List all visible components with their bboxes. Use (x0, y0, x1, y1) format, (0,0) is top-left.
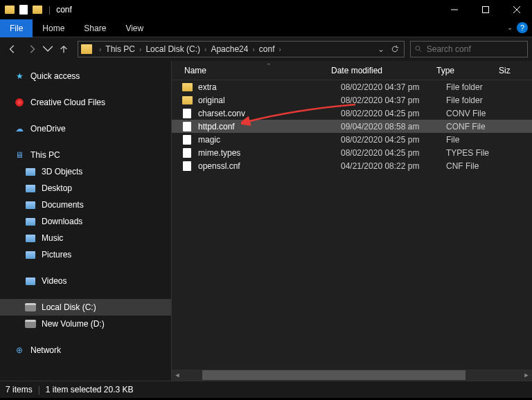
file-row[interactable]: openssl.cnf04/21/2020 08:22 pmCNF File (172, 159, 532, 172)
horizontal-scrollbar[interactable]: ◄ ► (172, 370, 532, 381)
folder-icon (25, 183, 36, 194)
svg-rect-1 (482, 7, 488, 13)
tab-view[interactable]: View (116, 19, 153, 37)
sidebar-desktop[interactable]: Desktop (0, 180, 171, 197)
sidebar-item-label: Desktop (42, 183, 72, 193)
chevron-right-icon[interactable]: › (276, 46, 283, 53)
minimize-button[interactable] (438, 0, 470, 19)
help-button[interactable]: ? (517, 22, 528, 33)
address-dropdown-icon[interactable]: ⌄ (375, 44, 387, 54)
search-box[interactable] (410, 41, 528, 57)
creative-cloud-icon (14, 97, 25, 108)
file-type: CONV File (446, 109, 508, 118)
history-dropdown-icon[interactable] (43, 41, 53, 57)
file-row[interactable]: magic08/02/2020 04:25 pmFile (172, 133, 532, 146)
sidebar-item-label: Network (30, 345, 61, 355)
breadcrumb-item[interactable]: Local Disk (C:) (144, 44, 202, 54)
breadcrumb-item[interactable]: conf (258, 44, 276, 54)
chevron-right-icon[interactable]: › (202, 46, 209, 53)
sidebar-this-pc[interactable]: 🖥This PC (0, 147, 171, 163)
file-date: 08/02/2020 04:37 pm (341, 82, 446, 92)
file-date: 09/04/2020 08:58 am (341, 122, 446, 131)
file-icon (181, 108, 193, 119)
file-row[interactable]: httpd.conf09/04/2020 08:58 amCONF File (172, 120, 532, 133)
file-row[interactable]: mime.types08/02/2020 04:25 pmTYPES File (172, 146, 532, 159)
file-type: File folder (446, 96, 508, 105)
ribbon-expand-icon[interactable]: ⌄ (507, 24, 513, 31)
scrollbar-thumb[interactable] (202, 370, 466, 380)
chevron-right-icon[interactable]: › (249, 46, 257, 53)
sidebar-downloads[interactable]: Downloads (0, 213, 171, 230)
chevron-right-icon[interactable]: › (136, 46, 144, 53)
file-name: magic (198, 135, 341, 145)
sidebar-pictures[interactable]: Pictures (0, 246, 171, 263)
column-headers: Name ⌃ Date modified Type Siz (172, 61, 532, 80)
file-name: original (198, 96, 341, 105)
back-button[interactable] (4, 41, 21, 57)
folder-icon (32, 4, 43, 15)
file-row[interactable]: charset.conv08/02/2020 04:25 pmCONV File (172, 107, 532, 120)
tab-share[interactable]: Share (74, 19, 116, 37)
file-icon (181, 147, 193, 158)
status-item-count: 7 items (6, 385, 33, 394)
separator: | (48, 5, 51, 15)
sort-indicator-icon: ⌃ (266, 62, 272, 69)
folder-icon (181, 95, 193, 106)
sidebar-music[interactable]: Music (0, 230, 171, 246)
sidebar-local-disk[interactable]: Local Disk (C:) (0, 299, 171, 316)
tab-home[interactable]: Home (33, 19, 74, 37)
file-type: TYPES File (446, 148, 508, 158)
drive-icon (25, 302, 36, 313)
search-icon (415, 45, 423, 53)
chevron-right-icon[interactable]: › (96, 46, 104, 53)
sidebar-quick-access[interactable]: ★Quick access (0, 68, 171, 84)
folder-icon (25, 216, 36, 227)
file-name: charset.conv (198, 109, 341, 118)
sidebar-3d-objects[interactable]: 3D Objects (0, 163, 171, 180)
file-list[interactable]: extra08/02/2020 04:37 pmFile folderorigi… (172, 80, 532, 381)
folder-icon (181, 82, 193, 93)
tab-file[interactable]: File (0, 19, 33, 37)
sidebar-onedrive[interactable]: ☁OneDrive (0, 120, 171, 137)
sidebar-creative-cloud[interactable]: Creative Cloud Files (0, 94, 171, 111)
breadcrumb-item[interactable]: Apache24 (209, 44, 249, 54)
sidebar-videos[interactable]: Videos (0, 273, 171, 289)
close-button[interactable] (501, 0, 532, 19)
file-name: mime.types (198, 148, 341, 158)
file-date: 04/21/2020 08:22 pm (341, 161, 446, 171)
column-header-type[interactable]: Type (436, 66, 499, 75)
pc-icon: 🖥 (14, 149, 25, 161)
address-bar[interactable]: › This PC › Local Disk (C:) › Apache24 ›… (78, 41, 405, 57)
sidebar-item-label: This PC (30, 150, 60, 160)
file-icon (181, 121, 193, 132)
file-row[interactable]: extra08/02/2020 04:37 pmFile folder (172, 80, 532, 93)
sidebar-documents[interactable]: Documents (0, 197, 171, 213)
title-bar: | conf (0, 0, 532, 19)
window-title: conf (56, 5, 72, 15)
column-header-size[interactable]: Siz (499, 66, 532, 75)
folder-icon (25, 166, 36, 177)
sidebar-item-label: 3D Objects (42, 167, 82, 176)
column-header-name[interactable]: Name (172, 66, 331, 75)
sidebar-item-label: Documents (42, 200, 84, 210)
folder-icon (25, 275, 36, 287)
search-input[interactable] (427, 44, 523, 54)
file-row[interactable]: original08/02/2020 04:37 pmFile folder (172, 93, 532, 107)
up-button[interactable] (55, 41, 72, 57)
scroll-right-icon[interactable]: ► (521, 370, 532, 381)
maximize-button[interactable] (470, 0, 501, 19)
column-header-date[interactable]: Date modified (331, 66, 436, 75)
scroll-left-icon[interactable]: ◄ (172, 370, 183, 381)
refresh-button[interactable] (389, 45, 401, 53)
svg-line-5 (420, 50, 422, 52)
sidebar-new-volume[interactable]: New Volume (D:) (0, 316, 171, 332)
folder-icon (25, 199, 36, 210)
file-date: 08/02/2020 04:37 pm (341, 96, 446, 105)
sidebar-item-label: Downloads (42, 217, 82, 226)
status-selection: 1 item selected 20.3 KB (46, 385, 134, 394)
forward-button[interactable] (24, 41, 40, 57)
sidebar-item-label: Pictures (42, 250, 71, 260)
breadcrumb-item[interactable]: This PC (104, 44, 136, 54)
sidebar-item-label: New Volume (D:) (42, 319, 105, 329)
sidebar-network[interactable]: ⊕Network (0, 342, 171, 358)
